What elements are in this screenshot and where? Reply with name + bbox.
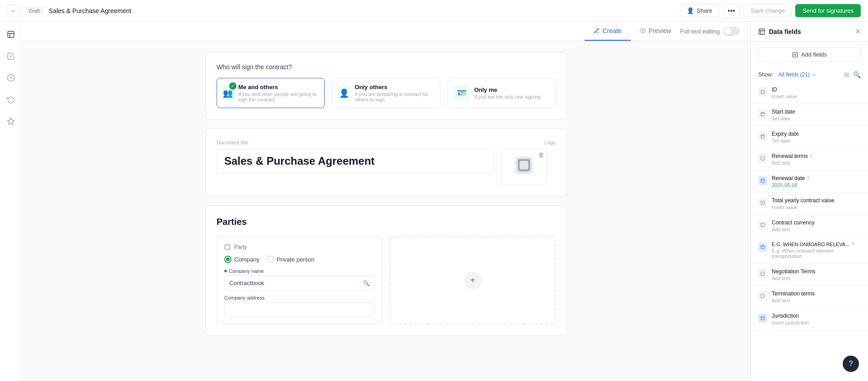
field-info-start-date: Start date Set date (772, 109, 795, 121)
filter-label: Show: All fields (21) (758, 71, 817, 78)
topbar: ← Draft Sales & Purchase Agreement 👤 Sha… (0, 0, 868, 22)
radio-private[interactable]: Private person (267, 256, 315, 263)
share-icon: 👤 (687, 7, 694, 14)
sign-question: Who will sign the contract? (217, 63, 556, 71)
field-icon-currency (758, 220, 767, 229)
full-text-editing-toggle[interactable] (723, 27, 740, 36)
document-area: Who will sign the contract? 👥 ✓ Me and o… (205, 41, 567, 354)
required-dot (224, 270, 227, 272)
radio-dot-company (226, 257, 230, 261)
logo-area: Logo 🗑 (501, 140, 556, 185)
sign-option-only-others[interactable]: 👤 Only others If you are preparing a con… (332, 78, 440, 108)
more-options-button[interactable]: ••• (723, 4, 741, 18)
tab-create[interactable]: Create (585, 22, 631, 41)
company-name-input[interactable]: Contractbook 🔍 (224, 276, 375, 291)
field-info-id: ID Insert value (772, 86, 797, 99)
sidebar-check-icon[interactable] (4, 49, 18, 63)
field-item-termination[interactable]: Termination terms Add text (751, 286, 868, 308)
filter-icons: ⊞ 🔍 (844, 71, 861, 78)
only-me-icon: 🪪 (453, 85, 470, 101)
field-item-expiry-date[interactable]: Expiry date Set date (751, 126, 868, 148)
filter-layout-icon[interactable]: ⊞ (844, 71, 849, 78)
field-icon-id (758, 87, 767, 96)
field-item-currency[interactable]: Contract currency Add text (751, 215, 868, 237)
svg-point-3 (642, 30, 644, 32)
field-item-start-date[interactable]: Start date Set date (751, 104, 868, 126)
field-item-id[interactable]: ID Insert value (751, 82, 868, 104)
document-title-input[interactable] (217, 149, 494, 173)
field-item-total-value[interactable]: Total yearly contract value Insert value (751, 193, 868, 215)
filter-chevron-icon (811, 72, 817, 77)
svg-rect-22 (761, 157, 764, 160)
field-icon-renewal-terms (758, 154, 767, 163)
field-item-renewal-date[interactable]: Renewal date ? 2025-05-16 (751, 171, 868, 193)
svg-rect-14 (761, 113, 764, 116)
document-title-header: Sales & Purchase Agreement (49, 7, 675, 14)
sign-option-me-and-others[interactable]: 👥 ✓ Me and others If you and other peopl… (217, 78, 325, 108)
back-button[interactable]: ← (7, 5, 20, 17)
sidebar-fields-icon[interactable] (4, 27, 18, 42)
add-party-plus-icon: + (464, 271, 482, 290)
logo-symbol (513, 154, 535, 180)
logo-box: 🗑 (501, 149, 547, 185)
me-and-others-text: Me and others If you and other people ar… (238, 84, 319, 102)
send-signatures-button[interactable]: Send for signatures (795, 4, 861, 17)
panel-close-button[interactable]: ✕ (855, 27, 861, 36)
field-item-renewal-terms[interactable]: Renewal terms ? Add text (751, 148, 868, 171)
sign-option-only-me[interactable]: 🪪 Only me If you are the only one signin… (448, 78, 556, 108)
company-address-input[interactable] (224, 302, 375, 317)
field-icon-negotiation (758, 269, 767, 278)
svg-rect-18 (761, 135, 764, 138)
add-party-button[interactable]: + (390, 236, 556, 324)
company-search-icon: 🔍 (363, 280, 370, 286)
panel-header: Data fields ✕ (751, 22, 868, 42)
toggle-knob (724, 28, 731, 35)
help-button[interactable]: ? (843, 356, 859, 372)
document-title-label: Document title (217, 140, 494, 145)
radio-group: Company Private person (224, 256, 375, 263)
left-sidebar (0, 22, 22, 381)
field-info-renewal-terms: Renewal terms ? Add text (772, 153, 812, 166)
tab-preview[interactable]: Preview (631, 22, 680, 41)
svg-rect-23 (761, 179, 764, 183)
field-icon-expiry-date (758, 132, 767, 141)
full-text-editing-toggle-area: Full text editing (680, 27, 750, 36)
field-info-expiry-date: Expiry date Set date (772, 131, 799, 143)
field-info-jurisdiction: Jurisdiction insert jurisdiction (772, 313, 809, 325)
radio-company[interactable]: Company (224, 256, 259, 263)
field-info-total-value: Total yearly contract value Insert value (772, 197, 835, 210)
field-info-termination: Termination terms Add text (772, 291, 815, 303)
field-icon-termination (758, 291, 767, 300)
logo-label: Logo (501, 140, 556, 145)
field-info-onboard: E.G. WHEN ONBOARD RELEVA... ? E.g. When … (772, 242, 861, 259)
only-others-text: Only others If you are preparing a contr… (355, 84, 434, 102)
filter-tag[interactable]: All fields (21) (778, 71, 810, 78)
sidebar-clock-icon[interactable] (4, 71, 18, 85)
only-me-text: Only me If you are the only one signing (474, 86, 541, 100)
save-button[interactable]: Save change (744, 4, 792, 17)
share-button[interactable]: 👤 Share (680, 4, 719, 17)
back-icon: ← (10, 7, 17, 14)
me-and-others-icon: 👥 ✓ (222, 85, 234, 101)
tab-bar: Create Preview Full text editing (22, 22, 750, 41)
field-item-jurisdiction[interactable]: Jurisdiction insert jurisdiction (751, 308, 868, 330)
field-item-onboard[interactable]: E.G. WHEN ONBOARD RELEVA... ? E.g. When … (751, 237, 868, 264)
parties-section: Parties Party Com (205, 205, 567, 336)
add-fields-button[interactable]: Add fields (758, 47, 861, 62)
field-icon-total-value (758, 198, 767, 207)
svg-rect-6 (519, 161, 528, 169)
field-icon-renewal-date (758, 176, 767, 185)
logo-delete-button[interactable]: 🗑 (538, 151, 544, 158)
filter-search-icon[interactable]: 🔍 (853, 71, 861, 78)
svg-rect-30 (761, 245, 764, 249)
radio-circle-private (267, 256, 274, 263)
sign-section: Who will sign the contract? 👥 ✓ Me and o… (205, 52, 567, 119)
only-others-icon: 👤 (338, 85, 350, 101)
sidebar-history-icon[interactable] (4, 92, 18, 107)
sign-options: 👥 ✓ Me and others If you and other peopl… (217, 78, 556, 108)
svg-rect-0 (8, 31, 14, 38)
svg-rect-34 (761, 316, 764, 320)
topbar-actions: 👤 Share ••• Save change Send for signatu… (680, 4, 861, 18)
sidebar-magic-icon[interactable] (4, 114, 18, 129)
field-item-negotiation[interactable]: Negotiation Terms Add text (751, 264, 868, 286)
